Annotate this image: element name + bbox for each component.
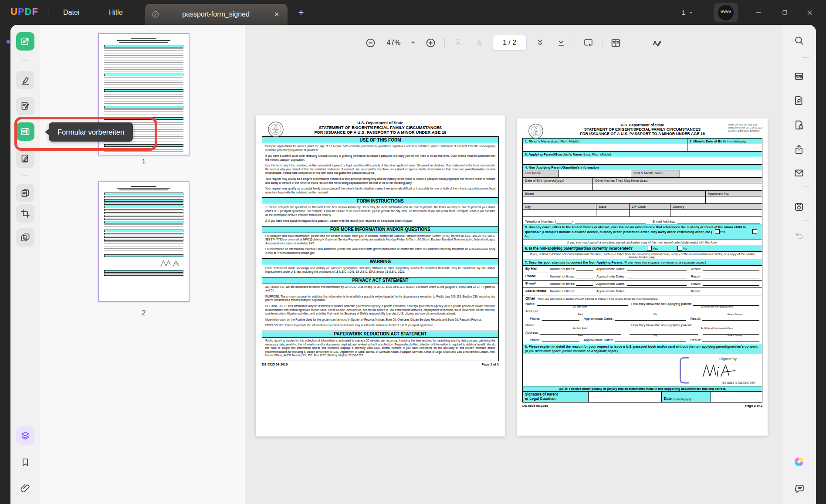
reading-mode-button[interactable]	[609, 35, 623, 50]
social-times-input[interactable]	[576, 290, 593, 293]
new-tab-button[interactable]: +	[295, 6, 308, 19]
other-name-input-2[interactable]	[537, 324, 628, 327]
telephone-input[interactable]	[575, 220, 646, 223]
signature-area[interactable]: Signed by f80-8a16-d43a78470ff0	[523, 354, 762, 386]
minor-dob-input[interactable]	[687, 144, 762, 151]
presentation-mode-button[interactable]	[581, 35, 596, 50]
parent-signature-input[interactable]	[588, 392, 662, 402]
feedback-chat-button[interactable]	[790, 480, 808, 498]
ocr-button[interactable]: OCR	[790, 67, 808, 85]
undo-button[interactable]	[790, 226, 808, 244]
dob-input[interactable]	[523, 183, 592, 190]
other-how-input-2[interactable]	[693, 324, 759, 327]
tab-close-icon[interactable]: ✕	[272, 10, 281, 19]
other-phone-input-2[interactable]	[542, 338, 579, 342]
social-result-input[interactable]	[703, 290, 759, 293]
minimize-button[interactable]	[748, 0, 768, 25]
convert-button[interactable]	[790, 91, 808, 109]
other-address-state-2[interactable]	[703, 331, 759, 335]
q6-yes-checkbox[interactable]	[647, 246, 652, 250]
other-how-input-1[interactable]	[693, 302, 759, 306]
bookmarks-panel-button[interactable]	[16, 453, 34, 471]
mail-dates-input[interactable]	[627, 267, 687, 271]
other-names-input[interactable]	[592, 183, 762, 190]
phone-times-input[interactable]	[576, 275, 593, 278]
other-address-state-1[interactable]	[703, 310, 759, 313]
page1-department: U.S. Department of State	[262, 121, 499, 125]
q6-no-checkbox[interactable]	[677, 246, 682, 250]
other-address-city-2[interactable]	[630, 331, 698, 335]
layers-panel-button[interactable]	[16, 426, 34, 445]
apartment-input[interactable]	[705, 196, 762, 203]
protect-button[interactable]	[790, 116, 808, 134]
other-dates-input-1[interactable]	[615, 317, 686, 321]
other-result-input-1[interactable]	[702, 317, 759, 321]
fill-sign-button[interactable]	[16, 149, 34, 168]
city-input[interactable]	[523, 210, 596, 216]
window-count-dropdown[interactable]: 1	[682, 0, 694, 25]
signature-bracket-icon	[678, 356, 690, 385]
brand-assistant-button[interactable]	[790, 453, 808, 471]
share-button[interactable]	[790, 140, 808, 159]
q5-no-checkbox[interactable]	[752, 229, 757, 234]
text-edit-button[interactable]: A	[650, 35, 664, 50]
email-times-input[interactable]	[576, 282, 593, 286]
updf-logo[interactable]: UPDF	[10, 6, 38, 17]
social-dates-input[interactable]	[627, 290, 687, 293]
menu-hilfe[interactable]: Hilfe	[109, 0, 123, 25]
attachments-panel-button[interactable]	[16, 479, 34, 497]
mail-result-input[interactable]	[703, 267, 759, 271]
menu-datei[interactable]: Datei	[63, 0, 79, 25]
account-avatar[interactable]	[714, 3, 738, 22]
email-result-input[interactable]	[703, 282, 759, 286]
organize-pages-button[interactable]	[16, 184, 34, 202]
other-address-street-2[interactable]	[540, 331, 621, 335]
other-phone-input-1[interactable]	[542, 317, 579, 321]
phone-result-input[interactable]	[703, 275, 759, 278]
crop-pages-button[interactable]	[16, 204, 34, 223]
zoom-out-button[interactable]	[363, 35, 378, 50]
applying-parent-input[interactable]	[523, 157, 762, 164]
other-address-city-1[interactable]	[630, 310, 698, 313]
street-input[interactable]	[523, 196, 705, 203]
zip-input[interactable]	[629, 210, 670, 216]
edit-pdf-button[interactable]	[16, 97, 34, 115]
other-name-input-1[interactable]	[537, 302, 628, 306]
compare-documents-button[interactable]	[16, 228, 34, 247]
comment-tool-button[interactable]	[16, 71, 34, 89]
document-page-1[interactable]: U.S. Department of State STATEMENT OF EX…	[256, 115, 505, 436]
search-button[interactable]	[790, 31, 808, 50]
last-name-input[interactable]	[559, 170, 631, 177]
save-button[interactable]	[790, 198, 808, 216]
email-button[interactable]	[790, 164, 808, 182]
other-dates-input-2[interactable]	[615, 338, 686, 342]
next-page-button[interactable]	[533, 35, 548, 50]
phone-dates-input[interactable]	[627, 275, 687, 278]
maximize-button[interactable]	[775, 0, 795, 25]
thumbnail-title-lines	[116, 186, 171, 191]
zoom-dropdown-button[interactable]	[410, 35, 417, 50]
document-tab[interactable]: passport-form_signed ✕	[145, 4, 288, 25]
state-input[interactable]	[596, 210, 629, 216]
q5-yes-checkbox[interactable]	[715, 229, 720, 234]
other-result-input-2[interactable]	[702, 338, 759, 342]
other-address-street-1[interactable]	[540, 310, 621, 313]
close-window-button[interactable]	[800, 0, 820, 25]
previous-page-button[interactable]	[472, 35, 487, 50]
page-indicator[interactable]: 1 / 2	[493, 35, 527, 51]
email-dates-input[interactable]	[627, 282, 687, 286]
document-page-2[interactable]: OMB CONTROL NO. 1405-0216OMB EXPIRATION …	[517, 118, 768, 436]
minor-name-input[interactable]	[523, 144, 687, 151]
reader-mode-button[interactable]	[16, 32, 34, 51]
telephone-area-input[interactable]	[556, 220, 572, 223]
country-input[interactable]	[670, 210, 762, 216]
mail-times-input[interactable]	[576, 267, 593, 271]
page-thumbnail-2[interactable]	[98, 181, 190, 302]
section-use-of-this-form: USE OF THIS FORM Passport applications f…	[262, 136, 499, 198]
email-input[interactable]	[677, 220, 760, 223]
signature-date-input[interactable]	[711, 392, 762, 402]
zoom-in-button[interactable]	[423, 35, 438, 50]
scroll-to-bottom-button[interactable]	[554, 35, 569, 50]
first-middle-input[interactable]	[680, 170, 762, 177]
scroll-to-top-button[interactable]	[451, 35, 466, 50]
